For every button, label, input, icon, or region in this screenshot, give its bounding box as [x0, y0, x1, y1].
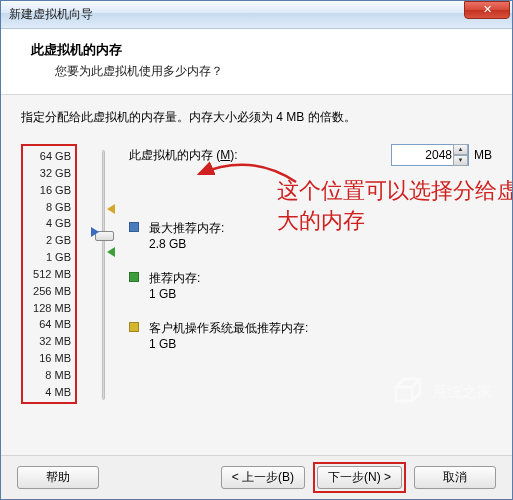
- scale-tick: 64 MB: [27, 318, 71, 330]
- scale-tick: 256 MB: [27, 285, 71, 297]
- header-panel: 此虚拟机的内存 您要为此虚拟机使用多少内存？: [1, 29, 512, 95]
- instruction-text: 指定分配给此虚拟机的内存量。内存大小必须为 4 MB 的倍数。: [21, 109, 492, 126]
- scale-tick: 8 MB: [27, 369, 71, 381]
- scale-tick: 1 GB: [27, 251, 71, 263]
- marker-current-icon: [91, 227, 99, 237]
- slider-track[interactable]: [102, 150, 105, 400]
- blue-square-icon: [129, 222, 139, 232]
- memory-scale: 64 GB32 GB16 GB8 GB4 GB2 GB1 GB512 MB256…: [21, 144, 77, 404]
- marker-max-icon: [107, 204, 115, 214]
- spinner-down-icon[interactable]: ▼: [453, 155, 468, 166]
- memory-unit: MB: [474, 148, 492, 162]
- scale-tick: 64 GB: [27, 150, 71, 162]
- marker-recommended-icon: [107, 247, 115, 257]
- scale-tick: 2 GB: [27, 234, 71, 246]
- cancel-button[interactable]: 取消: [414, 466, 496, 489]
- page-subtitle: 您要为此虚拟机使用多少内存？: [31, 63, 494, 80]
- memory-label: 此虚拟机的内存 (M):: [129, 147, 238, 164]
- next-button[interactable]: 下一步(N) >: [317, 466, 402, 489]
- recommendations: 最大推荐内存:2.8 GB推荐内存:1 GB客户机操作系统最低推荐内存:1 GB: [129, 220, 492, 352]
- green-square-icon: [129, 272, 139, 282]
- next-highlight: 下一步(N) >: [313, 462, 406, 493]
- recommendation-item: 推荐内存:1 GB: [129, 270, 492, 302]
- scale-tick: 32 MB: [27, 335, 71, 347]
- memory-details: 此虚拟机的内存 (M): ▲ ▼ MB: [121, 144, 492, 404]
- help-button[interactable]: 帮助: [17, 466, 99, 489]
- window-title: 新建虚拟机向导: [9, 6, 464, 23]
- scale-tick: 32 GB: [27, 167, 71, 179]
- scale-tick: 512 MB: [27, 268, 71, 280]
- recommendation-text: 推荐内存:1 GB: [149, 270, 200, 302]
- back-button[interactable]: < 上一步(B): [221, 466, 305, 489]
- memory-label-hotkey: M: [220, 148, 230, 162]
- memory-slider[interactable]: [85, 144, 121, 404]
- footer: 帮助 < 上一步(B) 下一步(N) > 取消: [1, 455, 512, 499]
- scale-tick: 8 GB: [27, 201, 71, 213]
- scale-tick: 4 GB: [27, 217, 71, 229]
- memory-area: 64 GB32 GB16 GB8 GB4 GB2 GB1 GB512 MB256…: [21, 144, 492, 404]
- memory-input-row: 此虚拟机的内存 (M): ▲ ▼ MB: [129, 144, 492, 166]
- titlebar: 新建虚拟机向导 ✕: [1, 1, 512, 29]
- body-panel: 指定分配给此虚拟机的内存量。内存大小必须为 4 MB 的倍数。 64 GB32 …: [1, 95, 512, 455]
- recommendation-item: 客户机操作系统最低推荐内存:1 GB: [129, 320, 492, 352]
- scale-tick: 4 MB: [27, 386, 71, 398]
- memory-label-suffix: ):: [230, 148, 237, 162]
- memory-spinner[interactable]: ▲ ▼: [453, 144, 468, 166]
- page-title: 此虚拟机的内存: [31, 41, 494, 59]
- yellow-square-icon: [129, 322, 139, 332]
- memory-label-prefix: 此虚拟机的内存 (: [129, 148, 220, 162]
- scale-tick: 128 MB: [27, 302, 71, 314]
- annotation-text: 这个位置可以选择分给虚拟机多大的内存: [277, 176, 512, 236]
- scale-tick: 16 MB: [27, 352, 71, 364]
- recommendation-text: 客户机操作系统最低推荐内存:1 GB: [149, 320, 308, 352]
- wizard-window: 新建虚拟机向导 ✕ 此虚拟机的内存 您要为此虚拟机使用多少内存？ 指定分配给此虚…: [0, 0, 513, 500]
- memory-input-wrap: ▲ ▼ MB: [391, 144, 492, 166]
- recommendation-text: 最大推荐内存:2.8 GB: [149, 220, 224, 252]
- spinner-up-icon[interactable]: ▲: [453, 144, 468, 155]
- scale-tick: 16 GB: [27, 184, 71, 196]
- close-button[interactable]: ✕: [464, 1, 510, 19]
